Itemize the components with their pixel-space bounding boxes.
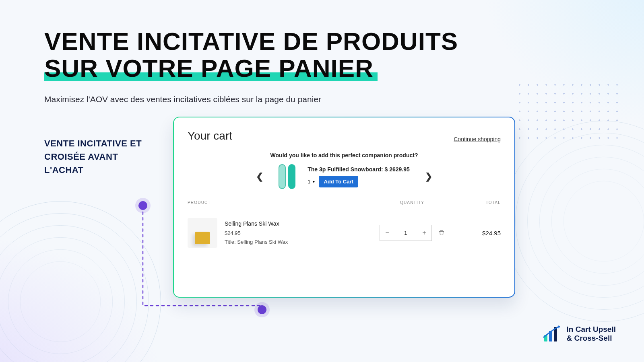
upsell-product-image xyxy=(279,164,296,189)
qty-decrement-button[interactable]: − xyxy=(380,225,394,241)
upsell-prev-button[interactable]: ❮ xyxy=(252,169,267,184)
col-product: PRODUCT xyxy=(188,200,368,205)
headline: VENTE INCITATIVE DE PRODUITS SUR VOTRE P… xyxy=(44,28,620,82)
upsell-question: Would you like to add this perfect compa… xyxy=(188,152,501,158)
subheadline: Maximisez l'AOV avec des ventes incitati… xyxy=(44,95,321,104)
decorative-dot-grid xyxy=(515,80,620,145)
brand-line2: & Cross-Sell xyxy=(567,334,616,343)
brand-logo-icon xyxy=(543,325,561,342)
cart-item-total: $24.95 xyxy=(456,230,501,237)
upsell-qty-select[interactable]: 1 ▾ xyxy=(308,179,315,185)
chevron-down-icon: ▾ xyxy=(313,179,315,184)
cart-item-variant: Title: Selling Plans Ski Wax xyxy=(225,238,368,247)
trash-icon[interactable] xyxy=(438,230,445,236)
connector-dot-end xyxy=(258,305,266,314)
cart-row: Selling Plans Ski Wax $24.95 Title: Sell… xyxy=(188,209,501,248)
upsell-next-button[interactable]: ❯ xyxy=(421,169,436,184)
cart-card: Your cart Continue shopping Would you li… xyxy=(173,117,515,298)
brand-badge: In Cart Upsell & Cross-Sell xyxy=(543,325,616,343)
col-total: TOTAL xyxy=(456,200,501,205)
upsell-widget: Would you like to add this perfect compa… xyxy=(188,152,501,189)
continue-shopping-link[interactable]: Continue shopping xyxy=(454,136,501,142)
headline-line2: SUR VOTRE PAGE PANIER xyxy=(44,55,374,82)
upsell-product-name: The 3p Fulfilled Snowboard: $ 2629.95 xyxy=(308,166,410,173)
brand-line1: In Cart Upsell xyxy=(567,325,616,334)
cart-table-header: PRODUCT QUANTITY TOTAL xyxy=(188,200,501,209)
add-to-cart-button[interactable]: Add To Cart xyxy=(319,176,358,187)
headline-line1: VENTE INCITATIVE DE PRODUITS xyxy=(44,28,620,55)
cart-item-price: $24.95 xyxy=(225,229,368,238)
cart-item-name: Selling Plans Ski Wax xyxy=(225,219,368,229)
qty-increment-button[interactable]: + xyxy=(417,225,431,241)
qty-stepper: − 1 + xyxy=(380,225,432,241)
cart-item-thumbnail xyxy=(188,218,217,248)
upsell-qty-value: 1 xyxy=(308,179,310,185)
col-quantity: QUANTITY xyxy=(368,200,456,205)
decorative-contours-tr xyxy=(503,121,644,322)
decorative-contours-bl xyxy=(0,201,161,362)
qty-value: 1 xyxy=(394,230,417,236)
side-callout: VENTE INCITATIVE ET CROISÉE AVANT L'ACHA… xyxy=(44,137,157,177)
cart-title: Your cart xyxy=(188,130,232,142)
